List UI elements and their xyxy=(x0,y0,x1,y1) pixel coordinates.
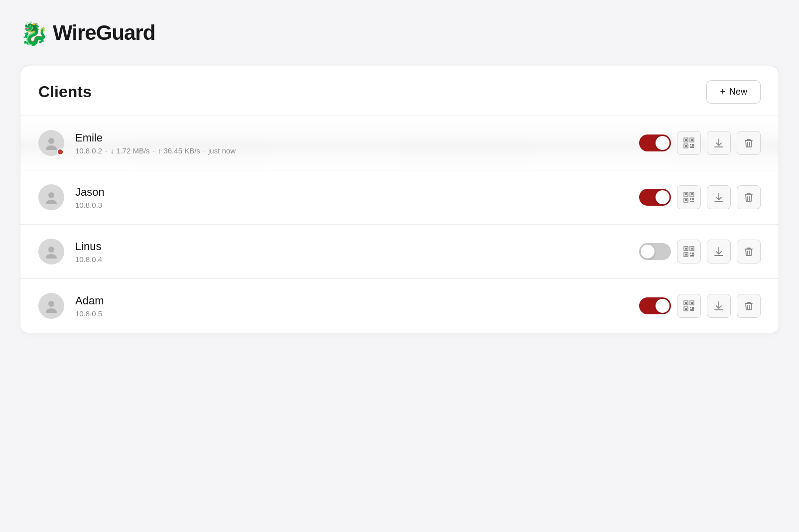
svg-rect-33 xyxy=(690,253,691,254)
svg-rect-4 xyxy=(685,139,687,141)
panel-header: Clients + New xyxy=(20,66,779,116)
toggle-thumb xyxy=(656,190,669,204)
trash-icon xyxy=(743,246,754,257)
qr-icon xyxy=(683,300,694,311)
client-row: Jason10.8.0.3 xyxy=(20,170,779,225)
client-info: Emile10.8.0.2·↓ 1.72 MB/s·↑ 36.45 KB/s·j… xyxy=(75,132,639,155)
download-icon xyxy=(713,300,724,311)
trash-icon xyxy=(743,300,754,311)
svg-point-37 xyxy=(48,301,54,307)
trash-icon xyxy=(743,192,754,203)
wireguard-logo-icon: 🐉 xyxy=(20,20,46,46)
qr-code-button[interactable] xyxy=(677,294,701,318)
clients-panel: Clients + New Emile10.8.0.2·↓ 1.72 MB/s·… xyxy=(20,66,779,333)
client-row: Emile10.8.0.2·↓ 1.72 MB/s·↑ 36.45 KB/s·j… xyxy=(20,116,779,170)
separator-dot: · xyxy=(203,146,205,155)
client-actions xyxy=(639,240,761,264)
delete-button[interactable] xyxy=(737,131,761,155)
client-meta: 10.8.0.2·↓ 1.72 MB/s·↑ 36.45 KB/s·just n… xyxy=(75,146,639,155)
avatar xyxy=(38,130,64,156)
toggle-thumb xyxy=(656,299,669,313)
svg-rect-44 xyxy=(685,308,687,310)
svg-rect-40 xyxy=(685,302,687,304)
qr-icon xyxy=(683,246,694,257)
avatar xyxy=(38,293,64,319)
client-row: Linus10.8.0.4 xyxy=(20,225,779,279)
trash-icon xyxy=(743,137,754,148)
svg-rect-45 xyxy=(690,307,691,308)
client-name: Adam xyxy=(75,294,639,307)
toggle-track xyxy=(639,134,671,151)
svg-text:🐉: 🐉 xyxy=(20,20,46,46)
qr-icon xyxy=(683,137,694,148)
toggle-track xyxy=(639,243,671,260)
download-button[interactable] xyxy=(707,131,731,155)
svg-rect-10 xyxy=(692,144,694,146)
download-icon xyxy=(713,192,724,203)
client-ip: 10.8.0.4 xyxy=(75,255,102,264)
client-actions xyxy=(639,131,761,155)
plus-icon: + xyxy=(720,87,725,97)
app-title: WireGuard xyxy=(53,21,155,45)
client-list: Emile10.8.0.2·↓ 1.72 MB/s·↑ 36.45 KB/s·j… xyxy=(20,116,779,333)
separator-dot: · xyxy=(105,146,107,155)
svg-point-13 xyxy=(48,192,54,198)
svg-rect-20 xyxy=(685,199,687,201)
user-icon xyxy=(44,245,58,259)
svg-rect-34 xyxy=(692,253,694,255)
app-header: 🐉 WireGuard xyxy=(20,20,779,46)
client-name: Jason xyxy=(75,186,639,199)
client-actions xyxy=(639,185,761,209)
qr-code-button[interactable] xyxy=(677,240,701,264)
panel-title: Clients xyxy=(38,83,92,101)
client-name: Emile xyxy=(75,132,639,144)
enable-toggle[interactable] xyxy=(639,297,671,314)
svg-point-14 xyxy=(46,200,57,204)
upload-speed: ↑ 36.45 KB/s xyxy=(158,146,200,155)
client-meta: 10.8.0.3 xyxy=(75,201,639,209)
download-button[interactable] xyxy=(707,240,731,264)
svg-point-2 xyxy=(46,145,57,150)
svg-point-38 xyxy=(46,308,57,313)
svg-rect-23 xyxy=(690,201,694,202)
svg-rect-6 xyxy=(691,139,693,141)
client-meta: 10.8.0.4 xyxy=(75,255,639,264)
download-button[interactable] xyxy=(707,185,731,209)
svg-rect-47 xyxy=(690,309,694,311)
client-ip: 10.8.0.5 xyxy=(75,309,102,318)
svg-rect-9 xyxy=(690,144,691,145)
enable-toggle[interactable] xyxy=(639,189,671,206)
toggle-track xyxy=(639,297,671,314)
new-button-label: New xyxy=(729,87,747,97)
client-ip: 10.8.0.2 xyxy=(75,146,102,155)
user-icon xyxy=(44,136,58,150)
svg-rect-22 xyxy=(692,198,694,200)
download-speed: ↓ 1.72 MB/s xyxy=(110,146,149,155)
svg-rect-11 xyxy=(690,146,694,148)
client-info: Linus10.8.0.4 xyxy=(75,240,639,264)
svg-rect-30 xyxy=(691,248,693,250)
enable-toggle[interactable] xyxy=(639,243,671,260)
client-name: Linus xyxy=(75,240,639,253)
toggle-thumb xyxy=(641,245,655,259)
delete-button[interactable] xyxy=(737,294,761,318)
delete-button[interactable] xyxy=(737,185,761,209)
svg-rect-16 xyxy=(685,193,687,195)
svg-point-1 xyxy=(48,138,54,144)
qr-code-button[interactable] xyxy=(677,185,701,209)
svg-rect-8 xyxy=(685,145,687,147)
download-button[interactable] xyxy=(707,294,731,318)
svg-rect-18 xyxy=(691,193,693,195)
new-client-button[interactable]: + New xyxy=(706,80,761,104)
separator-dot: · xyxy=(153,146,155,155)
qr-code-button[interactable] xyxy=(677,131,701,155)
svg-point-25 xyxy=(48,247,54,253)
svg-rect-46 xyxy=(692,307,694,309)
download-icon xyxy=(713,137,724,148)
download-icon xyxy=(713,246,724,257)
avatar xyxy=(38,239,64,265)
svg-rect-35 xyxy=(690,255,694,257)
enable-toggle[interactable] xyxy=(639,134,671,151)
delete-button[interactable] xyxy=(737,240,761,264)
online-dot xyxy=(57,148,64,155)
